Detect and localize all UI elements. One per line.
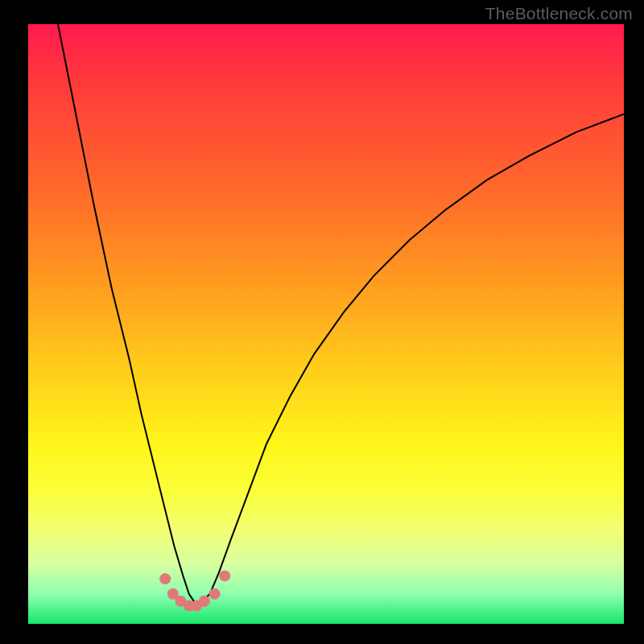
plot-area: [28, 24, 624, 624]
watermark-text: TheBottleneck.com: [485, 4, 633, 23]
curve-svg: [28, 24, 624, 624]
chart-frame: TheBottleneck.com: [0, 0, 644, 644]
bottleneck-curve: [58, 24, 624, 603]
marker-group: [159, 570, 230, 611]
marker-point: [199, 596, 210, 607]
marker-point: [209, 588, 221, 600]
marker-point: [219, 570, 230, 581]
marker-point: [159, 573, 171, 584]
